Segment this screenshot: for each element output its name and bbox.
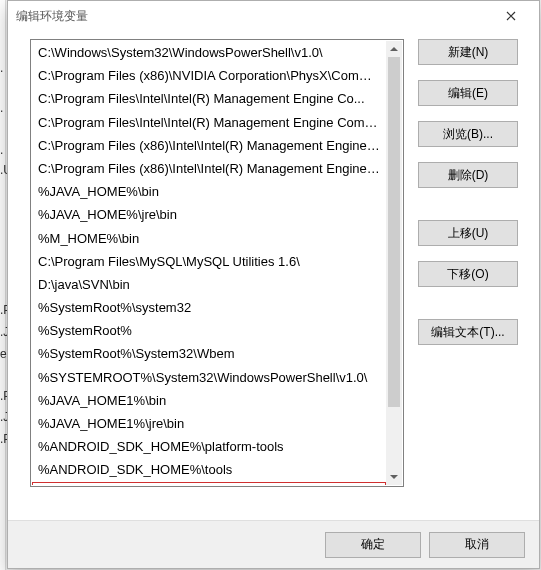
chevron-down-icon bbox=[390, 473, 398, 481]
background-fragment: . bbox=[0, 101, 3, 115]
list-item[interactable]: C:\Windows\System32\WindowsPowerShell\v1… bbox=[32, 41, 386, 64]
list-item[interactable]: D:\java\SVN\bin bbox=[32, 273, 386, 296]
list-item[interactable]: %SystemRoot%\system32 bbox=[32, 296, 386, 319]
background-strip: ....U.P.Je.P.J.P bbox=[0, 0, 6, 570]
list-item[interactable]: %SystemRoot%\System32\Wbem bbox=[32, 342, 386, 365]
titlebar: 编辑环境变量 bbox=[8, 1, 539, 31]
list-item[interactable]: C:\Program Files\Intel\Intel(R) Manageme… bbox=[32, 87, 386, 110]
scroll-up-button[interactable] bbox=[386, 41, 402, 57]
scrollbar[interactable] bbox=[386, 41, 402, 485]
background-fragment: . bbox=[0, 143, 3, 157]
close-button[interactable] bbox=[491, 1, 531, 31]
background-fragment: e bbox=[0, 347, 7, 361]
list-item[interactable]: C:\Program Files (x86)\Intel\Intel(R) Ma… bbox=[32, 134, 386, 157]
edit-env-var-dialog: 编辑环境变量 C:\Windows\System32\WindowsPowerS… bbox=[7, 0, 540, 569]
edit-button[interactable]: 编辑(E) bbox=[418, 80, 518, 106]
side-buttons: 新建(N) 编辑(E) 浏览(B)... 删除(D) 上移(U) 下移(O) 编… bbox=[418, 39, 518, 520]
list-item[interactable]: C:\Program Files (x86)\NVIDIA Corporatio… bbox=[32, 64, 386, 87]
list-item[interactable]: %M_HOME%\bin bbox=[32, 227, 386, 250]
list-item[interactable]: C:\Program Files\Intel\Intel(R) Manageme… bbox=[32, 111, 386, 134]
path-listbox[interactable]: C:\Windows\System32\WindowsPowerShell\v1… bbox=[30, 39, 404, 487]
list-item[interactable]: C:\Program Files (x86)\Intel\Intel(R) Ma… bbox=[32, 157, 386, 180]
new-button[interactable]: 新建(N) bbox=[418, 39, 518, 65]
chevron-up-icon bbox=[390, 45, 398, 53]
list-item[interactable]: %SystemRoot% bbox=[32, 319, 386, 342]
scroll-track[interactable] bbox=[386, 57, 402, 469]
browse-button[interactable]: 浏览(B)... bbox=[418, 121, 518, 147]
list-item[interactable]: %SYSTEMROOT%\System32\WindowsPowerShell\… bbox=[32, 366, 386, 389]
dialog-body: C:\Windows\System32\WindowsPowerShell\v1… bbox=[8, 39, 539, 520]
list-item[interactable]: %CURL_HOME% bbox=[32, 482, 386, 485]
list-item[interactable]: %ANDROID_SDK_HOME%\tools bbox=[32, 458, 386, 481]
ok-button[interactable]: 确定 bbox=[325, 532, 421, 558]
edit-text-button[interactable]: 编辑文本(T)... bbox=[418, 319, 518, 345]
list-item[interactable]: %JAVA_HOME%\bin bbox=[32, 180, 386, 203]
scroll-down-button[interactable] bbox=[386, 469, 402, 485]
dialog-footer: 确定 取消 bbox=[8, 520, 539, 568]
delete-button[interactable]: 删除(D) bbox=[418, 162, 518, 188]
list-item[interactable]: C:\Program Files\MySQL\MySQL Utilities 1… bbox=[32, 250, 386, 273]
cancel-button[interactable]: 取消 bbox=[429, 532, 525, 558]
dialog-title: 编辑环境变量 bbox=[16, 8, 491, 25]
scroll-thumb[interactable] bbox=[388, 57, 400, 407]
list-item[interactable]: %JAVA_HOME1%\jre\bin bbox=[32, 412, 386, 435]
move-up-button[interactable]: 上移(U) bbox=[418, 220, 518, 246]
list-item[interactable]: %JAVA_HOME1%\bin bbox=[32, 389, 386, 412]
list-item[interactable]: %ANDROID_SDK_HOME%\platform-tools bbox=[32, 435, 386, 458]
path-list-inner: C:\Windows\System32\WindowsPowerShell\v1… bbox=[32, 41, 386, 485]
close-icon bbox=[506, 11, 516, 21]
move-down-button[interactable]: 下移(O) bbox=[418, 261, 518, 287]
background-fragment: . bbox=[0, 61, 3, 75]
list-item[interactable]: %JAVA_HOME%\jre\bin bbox=[32, 203, 386, 226]
